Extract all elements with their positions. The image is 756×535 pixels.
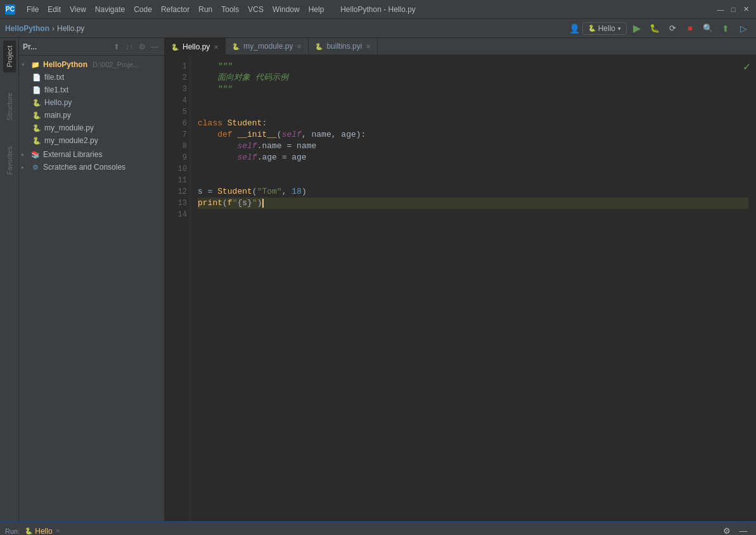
tree-item-hello-py[interactable]: 🐍 Hello.py [29, 96, 164, 109]
run-tab-close[interactable]: ✕ [55, 527, 60, 534]
code-line-13: print(f"{s}") [198, 198, 748, 209]
project-panel: Pr... ⬆ ↓↑ ⚙ — ▾ 📁 HelloPython D:\002_Pr… [19, 38, 165, 521]
bottom-settings-button[interactable]: ⚙ [719, 524, 734, 536]
update-button[interactable]: ⬆ [718, 21, 733, 36]
tree-external-libs[interactable]: ▸ 📚 External Libraries [19, 148, 164, 161]
tree-item-my-module2[interactable]: 🐍 my_module2.py [29, 134, 164, 147]
my-module2-name: my_module2.py [44, 136, 98, 145]
root-folder-icon: 📁 [30, 60, 41, 70]
tree-item-file1-txt[interactable]: 📄 file1.txt [29, 84, 164, 96]
main-py-name: main.py [44, 111, 71, 120]
menu-code[interactable]: Code [130, 4, 156, 15]
builtins-tab-close[interactable]: ✕ [366, 43, 371, 50]
breadcrumb-project[interactable]: HelloPython [5, 24, 49, 33]
coverage-button[interactable]: ⟳ [665, 21, 680, 36]
menu-window[interactable]: Window [269, 4, 304, 15]
sidebar-tab-favorites[interactable]: Favorites [3, 141, 16, 180]
my-module-tab-label: my_module.py [243, 42, 293, 51]
editor-tab-hello-py[interactable]: 🐍 Hello.py ✕ [165, 38, 226, 54]
root-path: D:\002_Proje... [93, 61, 139, 68]
tree-item-main-py[interactable]: 🐍 main.py [29, 109, 164, 122]
hello-py-name: Hello.py [44, 98, 72, 107]
project-tree: ▾ 📁 HelloPython D:\002_Proje... 📄 file.t… [19, 56, 164, 521]
code-line-7: def __init__(self, name, age): [198, 129, 748, 141]
window-controls: — □ ✕ [715, 4, 751, 15]
code-line-3: """ [198, 84, 748, 95]
tree-item-my-module[interactable]: 🐍 my_module.py [29, 122, 164, 134]
run-tab-icon: 🐍 [25, 527, 32, 534]
ext-libs-chevron: ▸ [22, 151, 28, 158]
restore-button[interactable]: □ [728, 4, 738, 15]
run-config-icon: 🐍 [588, 25, 596, 32]
code-content[interactable]: """ 面向对象 代码示例 """ class Student: def __i… [190, 56, 756, 521]
project-tool-expand[interactable]: ↓↑ [124, 41, 135, 53]
project-tools: ⬆ ↓↑ ⚙ — [111, 41, 160, 53]
sidebar-tab-project[interactable]: Project [3, 41, 16, 72]
bottom-minimize-button[interactable]: — [736, 524, 751, 536]
code-line-6: class Student: [198, 118, 748, 129]
run-label: Run: [5, 527, 20, 535]
window-title: HelloPython - Hello.py [340, 5, 416, 14]
menu-help[interactable]: Help [305, 4, 328, 15]
menu-run[interactable]: Run [195, 4, 216, 15]
breadcrumb-file[interactable]: Hello.py [57, 24, 84, 33]
code-editor[interactable]: 12345 678910 11121314 """ 面向对象 代码示例 """ … [165, 56, 756, 521]
ext-libs-icon: 📚 [30, 149, 41, 160]
project-header: Pr... ⬆ ↓↑ ⚙ — [19, 38, 164, 56]
my-module2-icon: 🐍 [32, 135, 42, 146]
line-numbers: 12345 678910 11121314 [165, 56, 190, 521]
app-icon: PC [5, 4, 15, 15]
main-container: Project Structure Favorites Pr... ⬆ ↓↑ ⚙… [0, 38, 756, 521]
project-tool-close[interactable]: — [149, 41, 160, 53]
run-tab-active[interactable]: 🐍 Hello ✕ [25, 527, 60, 536]
file-txt-name: file.txt [44, 73, 64, 82]
hello-py-tab-close[interactable]: ✕ [214, 44, 219, 51]
menu-navigate[interactable]: Navigate [91, 4, 129, 15]
editor-tab-my-module[interactable]: 🐍 my_module.py ✕ [226, 38, 309, 54]
hello-py-icon: 🐍 [32, 98, 42, 108]
editor-area: 🐍 Hello.py ✕ 🐍 my_module.py ✕ 🐍 builtins… [165, 38, 756, 521]
navbar: HelloPython › Hello.py 👤 🐍 Hello ▾ ▶ 🐛 ⟳… [0, 19, 756, 38]
minimize-button[interactable]: — [715, 4, 726, 15]
breadcrumb-sep: › [52, 24, 54, 33]
code-line-5 [198, 106, 748, 118]
code-line-12: s = Student("Tom", 18) [198, 186, 748, 198]
tree-root[interactable]: ▾ 📁 HelloPython D:\002_Proje... [19, 58, 164, 71]
close-button[interactable]: ✕ [741, 4, 751, 15]
menu-tools[interactable]: Tools [217, 4, 243, 15]
arrow-right-button[interactable]: ▷ [736, 21, 751, 36]
run-config-button[interactable]: 🐍 Hello ▾ [582, 22, 627, 35]
code-line-14 [198, 209, 748, 220]
code-line-4 [198, 95, 748, 106]
menu-file[interactable]: File [23, 4, 42, 15]
root-name: HelloPython [43, 60, 87, 69]
project-tool-settings[interactable]: ⚙ [136, 41, 148, 53]
my-module-tab-close[interactable]: ✕ [297, 43, 302, 50]
code-line-8: self.name = name [198, 141, 748, 152]
run-config-label: Hello [598, 24, 615, 33]
sidebar-tab-structure[interactable]: Structure [3, 87, 16, 126]
left-sidebar-tabs: Project Structure Favorites [0, 38, 19, 521]
menu-vcs[interactable]: VCS [244, 4, 267, 15]
project-tool-collapse[interactable]: ⬆ [111, 41, 122, 53]
my-module-icon: 🐍 [32, 123, 42, 133]
root-chevron: ▾ [22, 61, 28, 68]
scratches-name: Scratches and Consoles [43, 163, 125, 172]
menu-edit[interactable]: Edit [44, 4, 65, 15]
titlebar: PC File Edit View Navigate Code Refactor… [0, 0, 756, 19]
editor-tab-builtins[interactable]: 🐍 builtins.pyi ✕ [309, 38, 378, 54]
menu-refactor[interactable]: Refactor [157, 4, 193, 15]
project-panel-title: Pr... [23, 42, 108, 51]
debug-button[interactable]: 🐛 [647, 21, 662, 36]
run-tab-name: Hello [35, 527, 52, 536]
tree-item-file-txt[interactable]: 📄 file.txt [29, 71, 164, 84]
run-config-chevron: ▾ [618, 25, 621, 32]
tree-scratches[interactable]: ▸ ⚙ Scratches and Consoles [19, 161, 164, 173]
search-button[interactable]: 🔍 [700, 21, 715, 36]
menu-view[interactable]: View [66, 4, 90, 15]
code-line-2: 面向对象 代码示例 [198, 72, 748, 84]
stop-button[interactable]: ■ [682, 21, 698, 36]
code-line-10 [198, 163, 748, 175]
bottom-panel-tools: ⚙ — [719, 524, 751, 536]
run-button[interactable]: ▶ [629, 21, 644, 36]
